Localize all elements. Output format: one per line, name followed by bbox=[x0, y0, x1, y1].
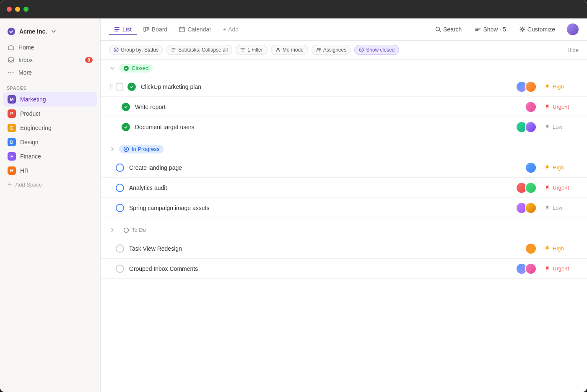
task-name: ClickUp marketing plan bbox=[141, 83, 516, 90]
group-header-in-progress[interactable]: In Progress bbox=[101, 140, 587, 158]
row-checkbox[interactable] bbox=[116, 83, 123, 91]
app-header[interactable]: Acme Inc. bbox=[0, 23, 100, 39]
sidebar-item-home[interactable]: Home bbox=[3, 41, 97, 54]
tab-calendar-label: Calendar bbox=[187, 26, 211, 33]
sidebar: Acme Inc. Home Inbo bbox=[0, 18, 101, 392]
priority-label: Urgent bbox=[553, 265, 569, 272]
titlebar bbox=[0, 0, 587, 18]
spaces-list: M Marketing P Product E Engineering D De… bbox=[0, 92, 100, 178]
check-icon bbox=[124, 105, 128, 109]
main-layout: Acme Inc. Home Inbo bbox=[0, 18, 587, 392]
group-header-todo[interactable]: To Do bbox=[101, 221, 587, 239]
table-row[interactable]: Write report Urgent bbox=[101, 97, 587, 117]
filter-label: 1 Filter bbox=[247, 47, 263, 53]
me-mode-chip[interactable]: Me mode bbox=[271, 45, 308, 55]
priority-badge: Urgent bbox=[545, 265, 579, 272]
task-status-icon[interactable] bbox=[116, 204, 124, 212]
table-row[interactable]: ⠿ Grouped Inbox Comments Urgent bbox=[101, 259, 587, 279]
toolbar: Group by: Status Subtasks: Collapse all … bbox=[101, 41, 587, 60]
show-icon bbox=[475, 26, 481, 32]
task-status-icon[interactable] bbox=[116, 265, 124, 273]
table-row[interactable]: Document target users Low bbox=[101, 117, 587, 137]
tab-add-button[interactable]: + Add bbox=[218, 23, 244, 35]
tab-list[interactable]: List bbox=[109, 23, 137, 35]
add-space-button[interactable]: + Add Space bbox=[0, 178, 100, 191]
subtasks-icon bbox=[171, 47, 176, 52]
task-status-icon[interactable] bbox=[127, 83, 136, 91]
design-icon: D bbox=[8, 138, 16, 146]
task-status-icon[interactable] bbox=[116, 244, 124, 253]
sidebar-item-marketing[interactable]: M Marketing bbox=[3, 92, 97, 106]
sidebar-item-design[interactable]: D Design bbox=[3, 135, 97, 149]
task-status-icon[interactable] bbox=[116, 184, 124, 192]
tab-board[interactable]: Board bbox=[138, 23, 172, 35]
chevron-right-icon bbox=[109, 227, 116, 234]
priority-badge: Low bbox=[545, 124, 579, 130]
sidebar-item-more[interactable]: More bbox=[3, 66, 97, 79]
task-status-icon[interactable] bbox=[122, 103, 130, 111]
finance-icon: F bbox=[8, 152, 16, 161]
svg-point-4 bbox=[13, 72, 13, 73]
sidebar-item-engineering[interactable]: E Engineering bbox=[3, 121, 97, 135]
marketing-label: Marketing bbox=[20, 96, 46, 103]
marketing-icon: M bbox=[8, 95, 16, 104]
view-tabs: List Board bbox=[109, 18, 579, 40]
in-progress-icon bbox=[123, 146, 129, 152]
svg-rect-9 bbox=[146, 27, 148, 30]
minimize-button[interactable] bbox=[15, 7, 20, 12]
svg-rect-11 bbox=[179, 27, 184, 32]
sidebar-item-product[interactable]: P Product bbox=[3, 106, 97, 121]
assignees-group bbox=[516, 81, 537, 93]
hr-label: HR bbox=[20, 167, 29, 174]
more-label: More bbox=[18, 69, 32, 76]
tab-board-label: Board bbox=[152, 26, 167, 33]
inbox-badge: 9 bbox=[85, 57, 93, 63]
top-actions: Search Show · 5 bbox=[432, 23, 579, 35]
search-icon bbox=[435, 26, 441, 32]
search-button[interactable]: Search bbox=[432, 24, 465, 34]
engineering-label: Engineering bbox=[20, 125, 52, 131]
task-name: Spring campaign image assets bbox=[129, 205, 516, 211]
task-name: Task View Redesign bbox=[129, 245, 525, 252]
filter-chip[interactable]: 1 Filter bbox=[236, 45, 268, 55]
board-icon bbox=[143, 26, 149, 32]
subtasks-chip[interactable]: Subtasks: Collapse all bbox=[166, 45, 232, 55]
group-icon bbox=[114, 47, 119, 52]
hide-button[interactable]: Hide bbox=[567, 47, 579, 53]
table-row[interactable]: ⠿ ClickUp marketing plan bbox=[101, 77, 587, 97]
table-row[interactable]: ⠿ Task View Redesign High bbox=[101, 239, 587, 259]
task-name: Create landing page bbox=[129, 164, 525, 171]
finance-label: Finance bbox=[20, 153, 41, 160]
flag-icon bbox=[545, 185, 550, 190]
assignees-group bbox=[525, 162, 537, 174]
user-avatar[interactable] bbox=[567, 23, 579, 35]
assignees-group bbox=[525, 101, 537, 113]
tab-calendar[interactable]: Calendar bbox=[174, 23, 216, 35]
spaces-section-label: Spaces bbox=[0, 80, 100, 92]
maximize-button[interactable] bbox=[23, 7, 29, 12]
customize-button[interactable]: Customize bbox=[516, 24, 558, 34]
avatar bbox=[525, 81, 537, 93]
assignees-label: Assignees bbox=[323, 47, 346, 53]
show-closed-icon bbox=[359, 47, 364, 52]
task-status-icon[interactable] bbox=[122, 123, 130, 131]
avatar bbox=[525, 121, 537, 133]
close-button[interactable] bbox=[7, 7, 12, 12]
drag-handle-icon: ⠿ bbox=[109, 83, 113, 90]
check-circle-icon bbox=[123, 65, 129, 71]
check-icon bbox=[124, 125, 128, 129]
group-by-chip[interactable]: Group by: Status bbox=[109, 45, 163, 55]
sidebar-item-hr[interactable]: H HR bbox=[3, 164, 97, 178]
assignees-chip[interactable]: Assignees bbox=[312, 45, 351, 55]
sidebar-item-finance[interactable]: F Finance bbox=[3, 149, 97, 164]
table-row[interactable]: ⠿ Spring campaign image assets Low bbox=[101, 198, 587, 218]
show-button[interactable]: Show · 5 bbox=[472, 24, 509, 34]
table-row[interactable]: ⠿ Analytics audit Urgent bbox=[101, 178, 587, 198]
table-row[interactable]: ⠿ Create landing page High bbox=[101, 158, 587, 178]
show-closed-chip[interactable]: Show closed bbox=[354, 45, 399, 55]
sidebar-item-inbox[interactable]: Inbox 9 bbox=[3, 54, 97, 66]
show-label: Show · 5 bbox=[483, 26, 506, 33]
check-icon bbox=[130, 85, 134, 89]
task-status-icon[interactable] bbox=[116, 164, 124, 172]
group-header-closed[interactable]: Closed bbox=[101, 60, 587, 77]
